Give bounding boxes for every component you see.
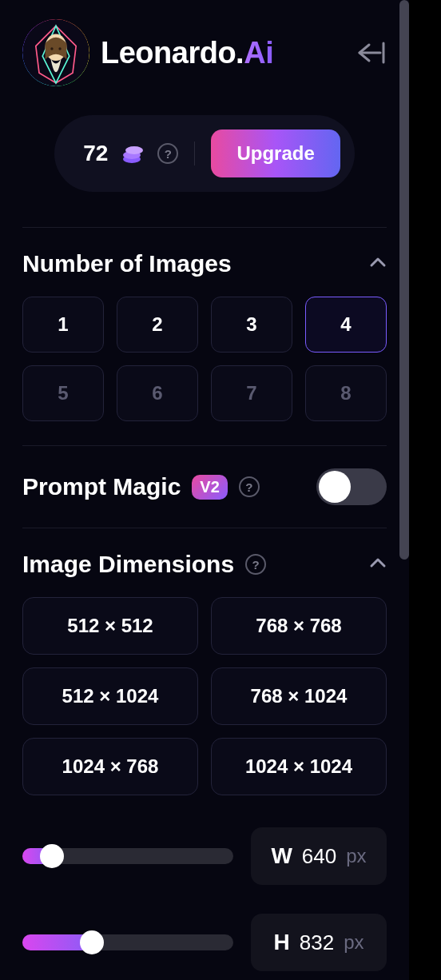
divider [194,141,195,165]
dim-preset[interactable]: 512 × 1024 [22,667,198,725]
section-title: Image Dimensions [22,551,234,578]
scrollbar[interactable] [399,0,409,560]
svg-point-3 [50,47,53,50]
section-header-dimensions[interactable]: Image Dimensions ? [22,528,387,597]
num-option-8[interactable]: 8 [305,365,387,421]
dim-preset[interactable]: 512 × 512 [22,597,198,655]
svg-point-9 [125,146,143,154]
help-icon[interactable]: ? [157,143,178,164]
dim-preset[interactable]: 768 × 768 [211,597,387,655]
slider-knob[interactable] [80,930,104,954]
width-value[interactable]: 640 [302,844,336,869]
credits-pill: 72 ? Upgrade [54,115,355,192]
prompt-magic-row: Prompt Magic V2 ? [22,446,387,528]
coins-icon [121,141,145,165]
chevron-up-icon [369,257,387,271]
dimensions-grid: 512 × 512 768 × 768 512 × 1024 768 × 102… [22,597,387,795]
num-option-1[interactable]: 1 [22,297,104,353]
num-option-2[interactable]: 2 [117,297,198,353]
collapse-panel-icon[interactable] [355,40,387,66]
credits-count: 72 [83,141,108,166]
width-unit: px [346,845,366,867]
height-slider-row: H 832 px [22,914,387,971]
height-unit: px [344,931,364,954]
width-letter: W [271,843,292,869]
width-slider[interactable] [22,848,233,864]
num-option-4[interactable]: 4 [305,297,387,353]
height-slider[interactable] [22,934,233,950]
help-icon[interactable]: ? [239,476,260,497]
brand-name: Leonardo.Ai [101,36,273,70]
prompt-magic-toggle[interactable] [316,468,387,505]
dim-preset[interactable]: 768 × 1024 [211,667,387,725]
height-letter: H [274,930,290,955]
dim-preset[interactable]: 1024 × 768 [22,738,198,795]
help-icon[interactable]: ? [245,554,266,575]
section-header-num-images[interactable]: Number of Images [22,228,387,297]
brand-text: Leonardo. [101,36,244,70]
section-title: Number of Images [22,250,232,277]
chevron-up-icon [369,557,387,572]
avatar [22,19,89,86]
height-value-box: H 832 px [251,914,387,971]
version-badge: V2 [192,475,227,500]
slider-knob[interactable] [40,844,64,868]
height-value[interactable]: 832 [300,930,334,955]
dim-preset[interactable]: 1024 × 1024 [211,738,387,795]
svg-point-4 [58,47,61,50]
upgrade-button[interactable]: Upgrade [211,129,340,177]
width-slider-row: W 640 px [22,827,387,885]
section-title: Prompt Magic [22,473,181,500]
brand-suffix: Ai [244,36,273,70]
num-option-7[interactable]: 7 [211,365,292,421]
num-option-6[interactable]: 6 [117,365,198,421]
num-option-3[interactable]: 3 [211,297,292,353]
num-option-5[interactable]: 5 [22,365,104,421]
toggle-knob [319,471,351,503]
num-images-grid: 1 2 3 4 5 6 7 8 [22,297,387,421]
header: Leonardo.Ai [22,19,387,86]
width-value-box: W 640 px [251,827,387,885]
